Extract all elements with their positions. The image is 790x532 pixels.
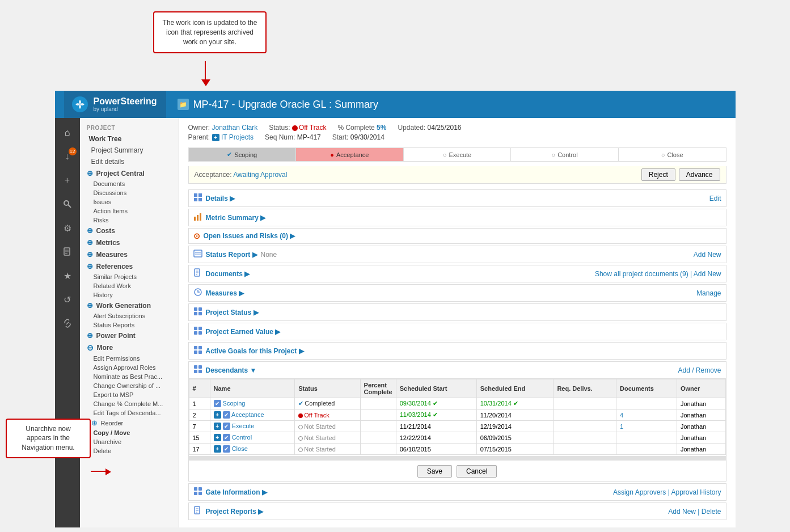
section-gate-info[interactable]: Gate Information ▶ Assign Approvers | Ap…	[188, 483, 726, 501]
doc-count-link[interactable]: 1	[620, 423, 623, 430]
row-name-link[interactable]: Control	[232, 434, 252, 441]
acceptance-dot-icon: ●	[330, 151, 334, 158]
acceptance-link[interactable]: Awaiting Approval	[233, 171, 287, 179]
sidebar-item-reorder[interactable]: ⊕Reorder	[80, 417, 179, 428]
phase-close[interactable]: ○ Close	[619, 148, 726, 161]
parent-link[interactable]: IT Projects	[221, 133, 254, 141]
section-documents[interactable]: Documents ▶ Show all project documents (…	[188, 265, 726, 282]
phase-control[interactable]: ○ Control	[511, 148, 619, 161]
sidebar-item-discussions[interactable]: Discussions	[80, 188, 179, 197]
row-expand-icon[interactable]: +	[214, 445, 221, 453]
row-owner: Jonathan	[677, 398, 725, 409]
sidebar-item-metrics[interactable]: ⊕Metrics	[80, 237, 179, 248]
nav-link-btn[interactable]	[57, 313, 78, 333]
save-button[interactable]: Save	[417, 465, 452, 478]
doc-count-link[interactable]: 4	[620, 412, 623, 419]
sidebar-item-nominate-best-prac[interactable]: Nominate as Best Prac...	[80, 372, 179, 381]
sidebar-item-alert-subscriptions[interactable]: Alert Subscriptions	[80, 311, 179, 320]
table-scrollbar[interactable]	[189, 456, 726, 461]
sidebar-item-documents[interactable]: Documents	[80, 179, 179, 188]
nav-document-btn[interactable]	[57, 242, 78, 262]
phase-acceptance[interactable]: ● Acceptance	[296, 148, 404, 161]
row-expand-icon[interactable]: +	[214, 423, 221, 430]
nav-search-btn[interactable]	[57, 194, 78, 214]
sidebar-item-power-point[interactable]: ⊕Power Point	[80, 330, 179, 341]
sidebar-item-more[interactable]: ⊖More	[80, 341, 179, 354]
phase-scoping[interactable]: ✔ Scoping	[189, 148, 297, 161]
sidebar-item-export-to-msp[interactable]: Export to MSP	[80, 390, 179, 399]
sidebar-item-status-reports[interactable]: Status Reports	[80, 320, 179, 330]
row-expand-icon[interactable]: +	[214, 434, 221, 441]
descendants-add-remove-link[interactable]: Add / Remove	[678, 366, 721, 374]
plus-icon-power-point: ⊕	[87, 331, 93, 340]
documents-action-link[interactable]: Show all project documents (9) | Add New	[595, 270, 721, 278]
section-active-goals[interactable]: Active Goals for this Project ▶	[188, 342, 726, 360]
sidebar-item-change-pct-complete[interactable]: Change % Complete M...	[80, 399, 179, 408]
section-earned-value[interactable]: Project Earned Value ▶	[188, 323, 726, 340]
reject-button[interactable]: Reject	[641, 168, 675, 181]
project-reports-action-link[interactable]: Add New | Delete	[668, 508, 721, 516]
measures-manage-link[interactable]: Manage	[696, 289, 721, 297]
sidebar-item-unarchive[interactable]: Unarchive	[80, 437, 179, 446]
cancel-button[interactable]: Cancel	[457, 465, 497, 478]
section-project-status[interactable]: Project Status ▶	[188, 303, 726, 321]
sidebar-item-action-items[interactable]: Action Items	[80, 206, 179, 216]
sidebar-item-edit-permissions[interactable]: Edit Permissions	[80, 354, 179, 363]
svg-rect-14	[194, 250, 202, 257]
sidebar-item-similar-projects[interactable]: Similar Projects	[80, 272, 179, 281]
svg-rect-30	[194, 346, 197, 349]
phase-execute[interactable]: ○ Execute	[404, 148, 512, 161]
section-metric-summary[interactable]: Metric Summary ▶	[188, 209, 726, 226]
row-sched-end: 07/15/2015	[476, 444, 554, 455]
row-sched-start: 12/22/2014	[396, 432, 476, 444]
section-open-issues[interactable]: ⊙ Open Issues and Risks (0) ▶	[188, 228, 726, 244]
advance-button[interactable]: Advance	[679, 168, 720, 181]
nav-add-btn[interactable]: +	[57, 170, 78, 191]
svg-rect-12	[197, 215, 198, 221]
sidebar-item-history[interactable]: History	[80, 290, 179, 299]
row-expand-icon[interactable]: +	[214, 411, 221, 419]
gate-info-action-link[interactable]: Assign Approvers | Approval History	[613, 488, 721, 496]
svg-rect-23	[198, 307, 202, 311]
sidebar-item-change-ownership[interactable]: Change Ownership of ...	[80, 381, 179, 390]
status-report-add-link[interactable]: Add New	[694, 251, 721, 259]
owner-link[interactable]: Jonathan Clark	[212, 124, 258, 132]
sidebar-item-work-generation[interactable]: ⊕Work Generation	[80, 299, 179, 311]
row-name-link[interactable]: Scoping	[223, 400, 246, 407]
sidebar-item-copy-move[interactable]: Copy / Move	[80, 428, 179, 437]
row-name-link[interactable]: Acceptance	[231, 411, 264, 418]
sidebar-item-measures[interactable]: ⊕Measures	[80, 248, 179, 260]
col-documents: Documents	[616, 379, 677, 398]
sidebar-item-project-central[interactable]: ⊕Project Central	[80, 167, 179, 179]
nav-history-btn[interactable]: ↺	[57, 289, 78, 310]
sidebar-item-costs[interactable]: ⊕Costs	[80, 225, 179, 237]
row-status: Not Started	[295, 421, 360, 432]
nav-star-btn[interactable]: ★	[57, 265, 78, 286]
section-measures[interactable]: Measures ▶ Manage	[188, 284, 726, 302]
section-project-reports[interactable]: Project Reports ▶ Add New | Delete	[188, 503, 726, 520]
sidebar-item-project-summary[interactable]: Project Summary	[80, 145, 179, 156]
sidebar-item-delete[interactable]: Delete	[80, 446, 179, 455]
earned-icon	[193, 326, 202, 337]
table-row: 1 ✔ Scoping ✔Completed 09/30/2014	[189, 398, 725, 409]
nav-home-btn[interactable]: ⌂	[57, 123, 78, 143]
nav-notifications-btn[interactable]: ↓ 12	[57, 146, 78, 167]
row-name-link[interactable]: Execute	[232, 423, 255, 429]
nav-settings-btn[interactable]: ⚙	[57, 218, 78, 238]
start-value: 09/30/2014	[350, 133, 385, 141]
descendants-label[interactable]: Descendants ▼	[206, 366, 257, 374]
row-status: Not Started	[295, 432, 360, 444]
section-details[interactable]: Details ▶ Edit	[188, 189, 726, 207]
sidebar-item-edit-details[interactable]: Edit details	[80, 156, 179, 167]
sidebar-item-work-tree[interactable]: Work Tree	[80, 133, 179, 145]
sidebar-item-issues[interactable]: Issues	[80, 197, 179, 206]
sidebar-item-related-work[interactable]: Related Work	[80, 281, 179, 290]
sidebar-item-edit-tags[interactable]: Edit Tags of Descenda...	[80, 408, 179, 417]
details-edit-link[interactable]: Edit	[709, 195, 721, 202]
sidebar-item-risks[interactable]: Risks	[80, 216, 179, 225]
sidebar-item-assign-approval-roles[interactable]: Assign Approval Roles	[80, 363, 179, 372]
parent-expand-icon[interactable]: +	[212, 134, 219, 141]
sidebar-item-references[interactable]: ⊕References	[80, 260, 179, 272]
row-name-link[interactable]: Close	[232, 445, 248, 452]
section-status-report[interactable]: Status Report ▶ None Add New	[188, 246, 726, 263]
